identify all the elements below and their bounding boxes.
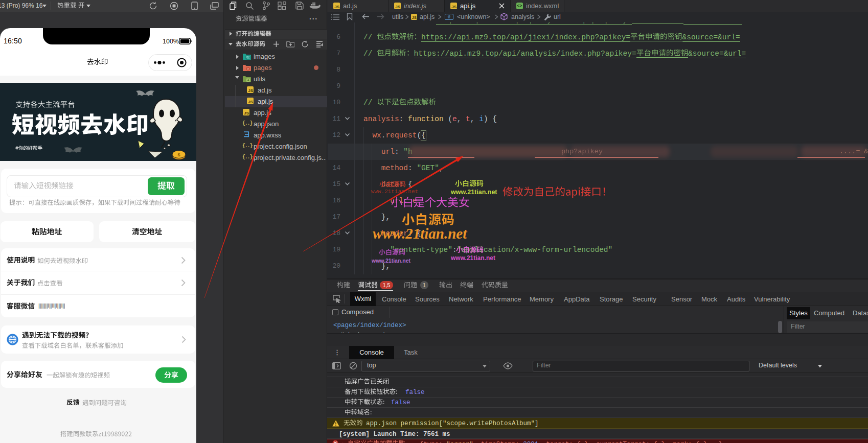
svg-text:$: $ — [177, 152, 180, 157]
